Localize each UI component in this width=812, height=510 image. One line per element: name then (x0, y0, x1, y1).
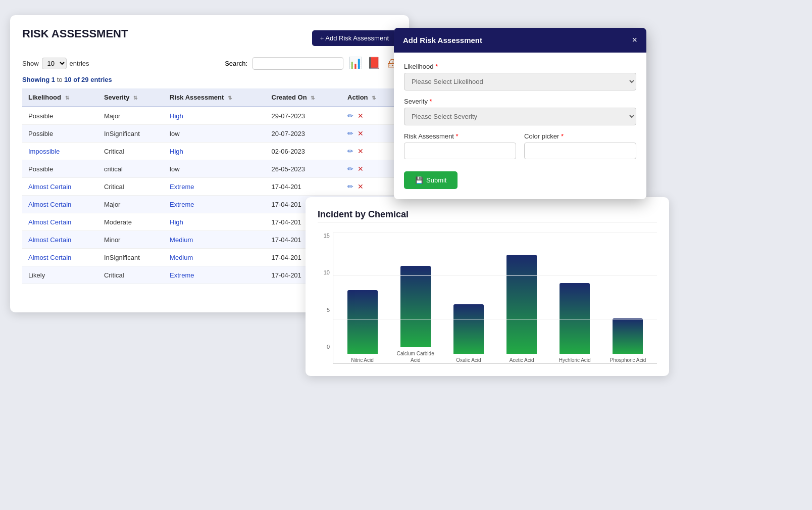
cell-created-on-1: 20-07-2023 (266, 125, 342, 143)
entries-from: 1 (52, 76, 55, 83)
table-row: Possible InSignificant low 20-07-2023 ✏ … (22, 125, 397, 143)
controls-row: Show 10 25 50 entries Search: 📊 📕 🖨 (22, 57, 397, 70)
cell-created-on-3: 26-05-2023 (266, 160, 342, 178)
bar-area: Nitric Acid Calcium Carbide Acid Oxalic … (333, 233, 657, 364)
table-header-row: Likelihood ⇅ Severity ⇅ Risk Assessment … (22, 88, 397, 107)
risk-assessment-input[interactable] (404, 143, 516, 159)
entries-info: Showing 1 to 10 of 29 entries (22, 76, 397, 83)
cell-severity-7: Minor (98, 231, 164, 249)
add-risk-modal: Add Risk Assessment × Likelihood * Pleas… (394, 28, 646, 199)
col-created-on: Created On ⇅ (266, 88, 342, 107)
cell-likelihood-1: Possible (22, 125, 98, 143)
severity-group: Severity * Please Select Severity Major … (404, 98, 636, 125)
delete-button-1[interactable]: ✕ (358, 129, 364, 137)
color-picker-label: Color picker * (524, 132, 636, 140)
cell-likelihood-3: Possible (22, 160, 98, 178)
bar-phosphoric-acid: Phosphoric Acid (604, 318, 652, 363)
bar-phosphoric-acid-label: Phosphoric Acid (610, 357, 646, 363)
search-row: Search: 📊 📕 🖨 (225, 57, 397, 70)
entries-select[interactable]: 10 25 50 (42, 58, 67, 69)
cell-action-4: ✏ ✕ (341, 178, 397, 196)
search-input[interactable] (252, 57, 343, 70)
cell-action-3: ✏ ✕ (341, 160, 397, 178)
cell-risk-assessment-0: High (164, 107, 265, 125)
edit-button-4[interactable]: ✏ (347, 182, 353, 191)
submit-button[interactable]: 💾 Submit (404, 171, 458, 189)
cell-severity-9: Critical (98, 266, 164, 284)
grid-line-mid2 (333, 319, 657, 319)
cell-risk-assessment-2: High (164, 143, 265, 160)
card-header: RISK ASSESSMENT + Add Risk Assessment (22, 27, 397, 49)
likelihood-required: * (435, 63, 438, 70)
table-row: Impossible Critical High 02-06-2023 ✏ ✕ (22, 143, 397, 160)
delete-button-3[interactable]: ✕ (358, 165, 364, 173)
delete-button-4[interactable]: ✕ (358, 182, 364, 191)
y-label-10: 10 (318, 269, 330, 275)
cell-created-on-2: 02-06-2023 (266, 143, 342, 160)
cell-action-2: ✏ ✕ (341, 143, 397, 160)
table-row: Possible Major High 29-07-2023 ✏ ✕ (22, 107, 397, 125)
export-excel-button[interactable]: 📊 (348, 57, 362, 70)
export-pdf-button[interactable]: 📕 (367, 57, 381, 70)
cell-likelihood-8: Almost Certain (22, 249, 98, 266)
action-icons-0: ✏ ✕ (347, 112, 391, 120)
y-label-15: 15 (318, 233, 330, 239)
entries-label: entries (70, 60, 89, 67)
edit-button-0[interactable]: ✏ (347, 112, 353, 120)
modal-close-button[interactable]: × (632, 35, 637, 45)
show-label: Show (22, 60, 39, 67)
likelihood-select[interactable]: Please Select Likelihood Possible Imposs… (404, 73, 636, 90)
action-icons-2: ✏ ✕ (347, 147, 391, 155)
cell-risk-assessment-3: low (164, 160, 265, 178)
bar-calcium-carbide-label: Calcium Carbide Acid (391, 350, 439, 363)
likelihood-group: Likelihood * Please Select Likelihood Po… (404, 63, 636, 90)
col-action: Action ⇅ (341, 88, 397, 107)
col-severity: Severity ⇅ (98, 88, 164, 107)
edit-button-3[interactable]: ✏ (347, 165, 353, 173)
add-risk-assessment-button[interactable]: + Add Risk Assessment (312, 30, 397, 46)
edit-button-1[interactable]: ✏ (347, 129, 353, 137)
chart-divider (318, 222, 657, 222)
modal-body: Likelihood * Please Select Likelihood Po… (394, 53, 646, 199)
severity-required: * (430, 98, 432, 105)
cell-created-on-4: 17-04-201 (266, 178, 342, 196)
modal-header: Add Risk Assessment × (394, 28, 646, 53)
page-title: RISK ASSESSMENT (22, 27, 128, 40)
bar-acetic-acid-label: Acetic Acid (510, 357, 534, 363)
submit-icon: 💾 (415, 176, 423, 184)
cell-likelihood-4: Almost Certain (22, 178, 98, 196)
sort-icon-risk: ⇅ (228, 95, 232, 101)
severity-select[interactable]: Please Select Severity Major Critical In… (404, 108, 636, 125)
search-label: Search: (225, 60, 247, 67)
risk-assessment-group: Risk Assessment * (404, 132, 516, 159)
delete-button-2[interactable]: ✕ (358, 147, 364, 155)
cell-severity-2: Critical (98, 143, 164, 160)
delete-button-0[interactable]: ✕ (358, 112, 364, 120)
cell-risk-assessment-9: Extreme (164, 266, 265, 284)
edit-button-2[interactable]: ✏ (347, 147, 353, 155)
entries-of: of (73, 76, 79, 83)
action-icons-1: ✏ ✕ (347, 129, 391, 137)
bar-phosphoric-acid-fill (613, 318, 643, 354)
bar-oxalic-acid-fill (453, 304, 484, 354)
color-picker-input[interactable] (524, 143, 636, 159)
bar-nitric-acid-fill (347, 290, 378, 354)
cell-likelihood-2: Impossible (22, 143, 98, 160)
bar-calcium-carbide-fill (400, 266, 431, 347)
table-row: Almost Certain Critical Extreme 17-04-20… (22, 178, 397, 196)
severity-label: Severity * (404, 98, 636, 105)
cell-risk-assessment-7: Medium (164, 231, 265, 249)
sort-icon-action: ⇅ (372, 95, 376, 101)
bar-oxalic-acid-label: Oxalic Acid (456, 357, 481, 363)
show-entries-group: Show 10 25 50 entries (22, 58, 89, 69)
incident-by-chemical-card: Incident by Chemical 15 10 5 0 Nitric Ac… (306, 197, 669, 376)
cell-severity-4: Critical (98, 178, 164, 196)
form-bottom-row: Risk Assessment * Color picker * (404, 132, 636, 166)
grid-line-top (333, 233, 657, 233)
chart-title: Incident by Chemical (318, 209, 657, 220)
cell-likelihood-6: Almost Certain (22, 213, 98, 231)
cell-risk-assessment-8: Medium (164, 249, 265, 266)
color-picker-group: Color picker * (524, 132, 636, 159)
color-picker-required: * (561, 132, 564, 140)
bar-oxalic-acid: Oxalic Acid (444, 304, 492, 363)
